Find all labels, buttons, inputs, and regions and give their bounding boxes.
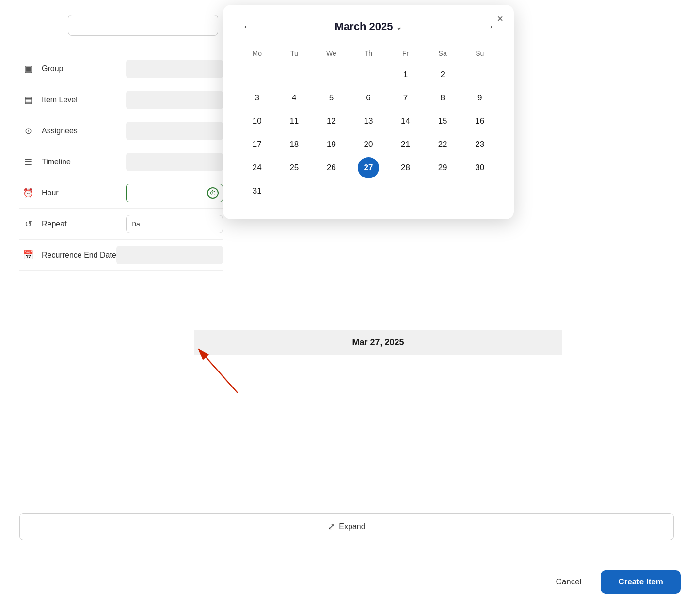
calendar-prev-button[interactable]: ← [239, 18, 257, 35]
group-row: ▣ Group [19, 53, 223, 84]
calendar-day-15[interactable]: 15 [432, 111, 453, 132]
calendar-day-30[interactable]: 30 [469, 157, 491, 178]
calendar-month-title[interactable]: March 2025 ⌄ [335, 20, 402, 33]
assignees-label: Assignees [42, 127, 78, 135]
calendar-day-19[interactable]: 19 [320, 134, 342, 155]
calendar-month-label: March 2025 [335, 20, 393, 33]
item-level-label: Item Level [42, 96, 78, 104]
calendar-day-empty [469, 64, 491, 85]
weekday-mo: Mo [239, 47, 276, 60]
action-bar: Cancel Create Item [546, 570, 681, 594]
calendar-day-16[interactable]: 16 [469, 111, 491, 132]
weekday-su: Su [461, 47, 498, 60]
calendar-day-empty [432, 180, 453, 202]
hour-row: ⏰ Hour ⏱ [19, 177, 223, 209]
timeline-value[interactable] [126, 153, 223, 171]
repeat-icon: ↺ [19, 219, 37, 229]
calendar-day-empty [469, 180, 491, 202]
calendar-day-28[interactable]: 28 [395, 157, 416, 178]
timeline-label: Timeline [42, 158, 71, 166]
repeat-value[interactable]: Da [126, 215, 223, 233]
calendar-day-9[interactable]: 9 [469, 87, 491, 109]
timeline-icon: ☰ [19, 157, 37, 167]
group-icon: ▣ [19, 64, 37, 74]
assignees-icon: ⊙ [19, 126, 37, 136]
calendar-day-empty [395, 180, 416, 202]
group-value[interactable] [126, 60, 223, 78]
calendar-day-empty [284, 180, 305, 202]
weekday-tu: Tu [276, 47, 313, 60]
calendar-day-10[interactable]: 10 [246, 111, 268, 132]
calendar-day-14[interactable]: 14 [395, 111, 416, 132]
title-input[interactable] [68, 15, 218, 36]
calendar-day-17[interactable]: 17 [246, 134, 268, 155]
calendar-chevron-icon: ⌄ [396, 22, 402, 32]
weekday-sa: Sa [424, 47, 461, 60]
calendar-day-13[interactable]: 13 [358, 111, 379, 132]
selected-date-display: Mar 27, 2025 [194, 330, 562, 355]
group-label: Group [42, 65, 63, 73]
calendar-popup: × ← March 2025 ⌄ → Mo Tu We Th Fr Sa Su … [223, 5, 514, 219]
form-fields: ▣ Group ▤ Item Level ⊙ Assignees ☰ Timel… [19, 53, 223, 271]
recurrence-end-date-value[interactable] [116, 246, 223, 264]
recurrence-end-date-icon: 📅 [19, 250, 37, 260]
weekday-we: We [313, 47, 350, 60]
calendar-day-5[interactable]: 5 [320, 87, 342, 109]
calendar-day-empty [284, 64, 305, 85]
calendar-day-8[interactable]: 8 [432, 87, 453, 109]
hour-value[interactable]: ⏱ [126, 184, 223, 202]
calendar-day-26[interactable]: 26 [320, 157, 342, 178]
calendar-day-1[interactable]: 1 [395, 64, 416, 85]
calendar-day-empty [358, 180, 379, 202]
calendar-day-2[interactable]: 2 [432, 64, 453, 85]
calendar-day-18[interactable]: 18 [284, 134, 305, 155]
calendar-weekdays: Mo Tu We Th Fr Sa Su [239, 47, 498, 60]
selected-date-text: Mar 27, 2025 [352, 338, 404, 348]
item-level-icon: ▤ [19, 95, 37, 105]
create-item-button[interactable]: Create Item [601, 570, 681, 594]
weekday-fr: Fr [387, 47, 424, 60]
calendar-day-11[interactable]: 11 [284, 111, 305, 132]
calendar-day-7[interactable]: 7 [395, 87, 416, 109]
hour-label: Hour [42, 189, 59, 197]
recurrence-end-date-label: Recurrence End Date [42, 251, 116, 259]
calendar-days: 1234567891011121314151617181920212223242… [239, 64, 498, 202]
calendar-day-23[interactable]: 23 [469, 134, 491, 155]
item-level-row: ▤ Item Level [19, 84, 223, 115]
calendar-header: ← March 2025 ⌄ → [239, 18, 498, 35]
repeat-text: Da [131, 220, 140, 228]
calendar-next-button[interactable]: → [480, 18, 498, 35]
repeat-label: Repeat [42, 220, 67, 228]
assignees-row: ⊙ Assignees [19, 115, 223, 146]
calendar-day-3[interactable]: 3 [246, 87, 268, 109]
expand-label: Expand [339, 522, 365, 531]
hour-clock-icon: ⏱ [207, 187, 219, 199]
calendar-grid: Mo Tu We Th Fr Sa Su 1234567891011121314… [239, 47, 498, 202]
calendar-day-31[interactable]: 31 [246, 180, 268, 202]
calendar-day-12[interactable]: 12 [320, 111, 342, 132]
recurrence-end-date-row: 📅 Recurrence End Date [19, 240, 223, 271]
calendar-day-empty [358, 64, 379, 85]
calendar-day-empty [320, 180, 342, 202]
calendar-day-24[interactable]: 24 [246, 157, 268, 178]
timeline-row: ☰ Timeline [19, 146, 223, 177]
item-level-value[interactable] [126, 91, 223, 109]
calendar-day-27[interactable]: 27 [358, 157, 379, 178]
calendar-day-29[interactable]: 29 [432, 157, 453, 178]
calendar-day-22[interactable]: 22 [432, 134, 453, 155]
weekday-th: Th [350, 47, 387, 60]
calendar-day-21[interactable]: 21 [395, 134, 416, 155]
assignees-value[interactable] [126, 122, 223, 140]
calendar-day-empty [246, 64, 268, 85]
hour-icon: ⏰ [19, 188, 37, 198]
cancel-button[interactable]: Cancel [546, 571, 591, 593]
calendar-day-25[interactable]: 25 [284, 157, 305, 178]
calendar-day-6[interactable]: 6 [358, 87, 379, 109]
expand-button[interactable]: ⤢ Expand [19, 513, 674, 540]
repeat-row: ↺ Repeat Da [19, 209, 223, 240]
calendar-close-button[interactable]: × [497, 14, 503, 24]
expand-icon: ⤢ [328, 521, 335, 532]
calendar-day-4[interactable]: 4 [284, 87, 305, 109]
calendar-day-20[interactable]: 20 [358, 134, 379, 155]
calendar-day-empty [320, 64, 342, 85]
